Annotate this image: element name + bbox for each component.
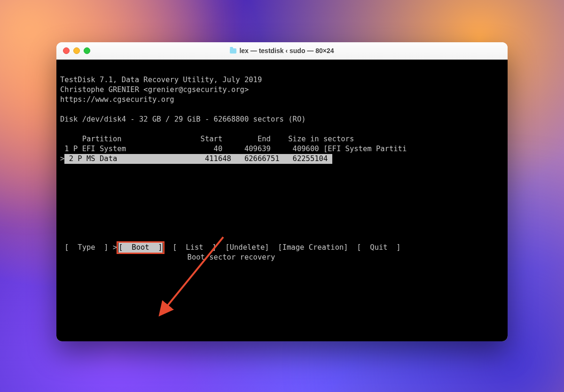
zoom-icon[interactable] (84, 47, 90, 54)
menu-list[interactable]: [ List ] (172, 243, 216, 252)
disk-info-line: Disk /dev/disk4 - 32 GB / 29 GiB - 62668… (56, 115, 306, 123)
minimize-icon[interactable] (73, 47, 80, 54)
menu-quit[interactable]: [ Quit ] (357, 243, 400, 252)
window-titlebar[interactable]: lex — testdisk ‹ sudo — 80×24 (56, 42, 508, 60)
author-line: Christophe GRENIER <grenier@cgsecurity.o… (56, 85, 249, 94)
partition-row-1[interactable]: 1 P EFI System 40 409639 409600 [EFI Sys… (56, 145, 407, 153)
menu-image[interactable]: [Image Creation] (278, 243, 348, 252)
app-header-line: TestDisk 7.1, Data Recovery Utility, Jul… (56, 76, 262, 84)
menu-boot-highlighted[interactable]: [ Boot ] (117, 241, 164, 254)
menu-type[interactable]: [ Type ] (64, 243, 108, 252)
window-controls (56, 47, 90, 54)
menu-description: Boot sector recovery (56, 253, 275, 261)
terminal-window: lex — testdisk ‹ sudo — 80×24 TestDisk 7… (56, 42, 508, 341)
window-title: lex — testdisk ‹ sudo — 80×24 (56, 47, 508, 54)
terminal-content[interactable]: TestDisk 7.1, Data Recovery Utility, Jul… (56, 60, 508, 341)
close-icon[interactable] (63, 47, 70, 54)
partition-table-header: Partition Start End Size in sectors (56, 135, 354, 143)
window-title-text: lex — testdisk ‹ sudo — 80×24 (239, 47, 334, 54)
url-line: https://www.cgsecurity.org (56, 95, 174, 104)
menu-row: [ Type ] >[ Boot ] [ List ] [Undelete] [… (56, 243, 401, 252)
folder-icon (230, 48, 236, 54)
menu-undelete[interactable]: [Undelete] (225, 243, 269, 252)
partition-row-2-selected[interactable]: > 2 P MS Data 411648 62666751 62255104 (56, 154, 332, 163)
